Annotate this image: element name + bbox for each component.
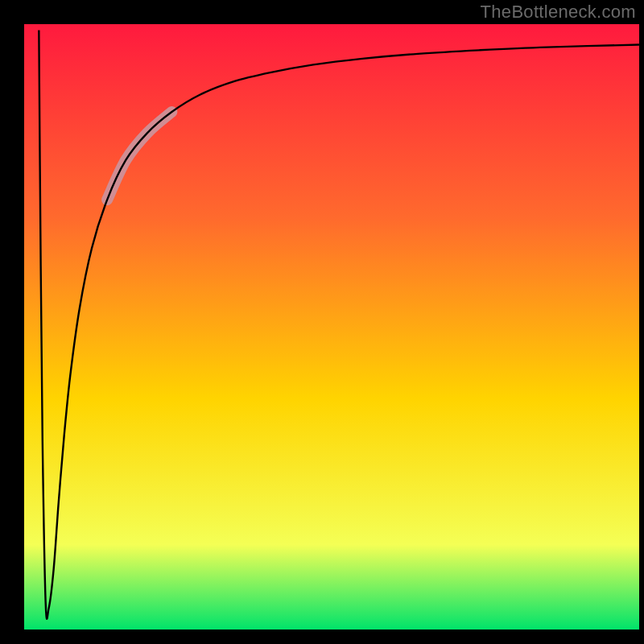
plot-background [24,24,639,630]
frame-bottom [0,630,644,644]
frame-right [639,0,644,644]
chart-svg [0,0,644,644]
chart-root: TheBottleneck.com [0,0,644,644]
watermark-text: TheBottleneck.com [481,2,636,23]
frame-left [0,0,24,644]
